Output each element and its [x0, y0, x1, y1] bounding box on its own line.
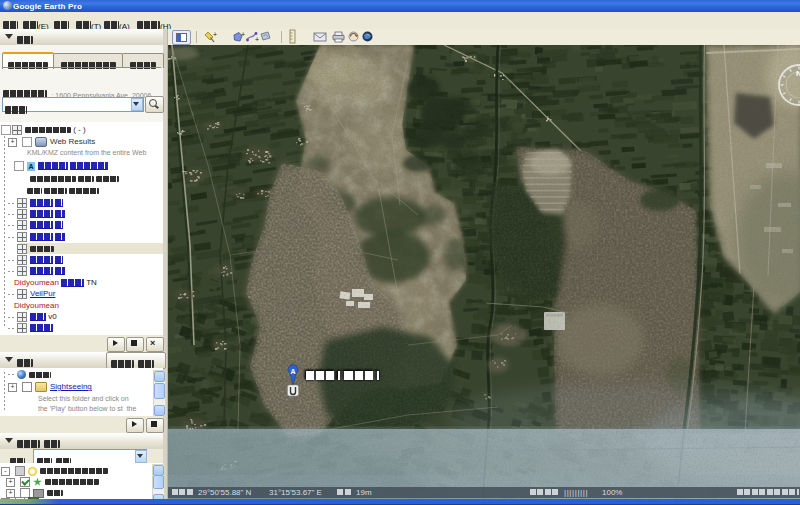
svg-text:A: A	[290, 368, 295, 375]
svg-text:N: N	[796, 69, 800, 78]
svg-text:+: +	[255, 36, 259, 43]
svg-text:+: +	[241, 31, 245, 38]
svg-text:+: +	[213, 31, 217, 38]
